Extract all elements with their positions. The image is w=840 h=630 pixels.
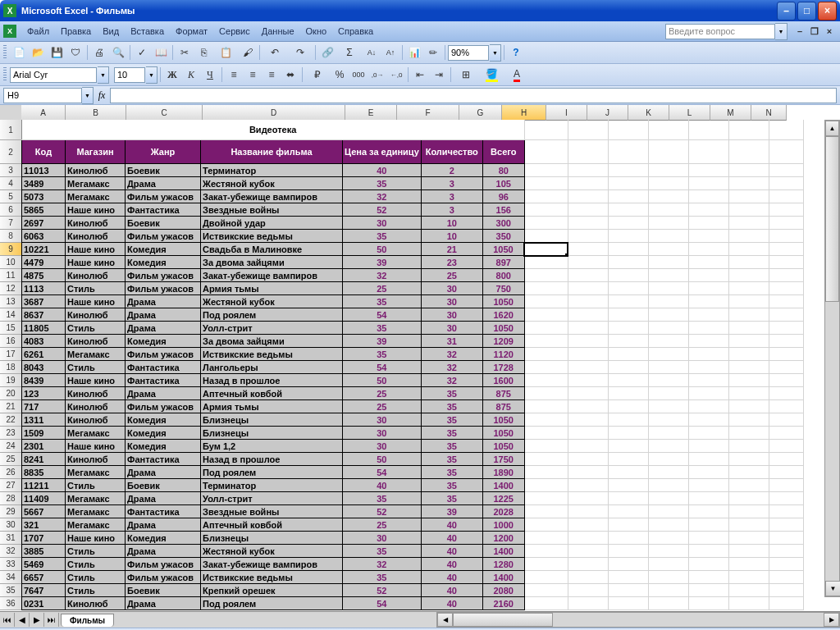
cut-button[interactable]: ✂ — [176, 43, 194, 62]
cell[interactable] — [648, 348, 688, 361]
data-cell[interactable]: 8241 — [22, 453, 66, 466]
cell[interactable] — [688, 217, 728, 230]
cell[interactable] — [769, 335, 803, 348]
cell[interactable] — [608, 348, 648, 361]
data-cell[interactable]: 35 — [421, 427, 482, 440]
menu-file[interactable]: Файл — [21, 25, 55, 38]
cell[interactable] — [728, 177, 769, 190]
help-question-input[interactable]: Введите вопрос — [665, 24, 775, 39]
cell[interactable] — [648, 282, 688, 295]
data-cell[interactable]: Терминатор — [201, 164, 343, 177]
cell[interactable] — [648, 217, 688, 230]
cell[interactable] — [769, 256, 803, 269]
hyperlink-button[interactable]: 🔗 — [318, 43, 336, 62]
row-header[interactable]: 33 — [0, 558, 22, 571]
cell[interactable] — [568, 335, 608, 348]
data-cell[interactable]: 7647 — [22, 584, 66, 597]
data-cell[interactable]: Стиль — [66, 479, 126, 492]
cell[interactable] — [648, 479, 688, 492]
data-cell[interactable]: 40 — [421, 558, 482, 571]
zoom-input[interactable]: 90% — [448, 45, 489, 61]
data-cell[interactable]: 39 — [343, 335, 422, 348]
data-cell[interactable]: 321 — [22, 518, 66, 532]
cell[interactable] — [524, 492, 568, 505]
data-cell[interactable]: 2028 — [482, 505, 524, 518]
data-cell[interactable]: Свадьба в Малиновке — [201, 243, 343, 256]
cell[interactable] — [769, 400, 803, 413]
data-cell[interactable]: Кинолюб — [66, 453, 126, 466]
data-cell[interactable]: Под роялем — [201, 308, 343, 322]
cell[interactable] — [769, 387, 803, 400]
toolbar-grip[interactable] — [3, 67, 7, 82]
cell[interactable] — [568, 571, 608, 584]
minimize-button[interactable]: – — [777, 2, 796, 21]
data-cell[interactable]: 35 — [343, 348, 422, 361]
formula-input[interactable] — [110, 88, 837, 103]
data-cell[interactable]: Кинолюб — [66, 269, 126, 282]
data-cell[interactable]: Кинолюб — [66, 413, 126, 427]
column-header[interactable]: K — [628, 105, 669, 121]
autosum-button[interactable]: Σ — [337, 43, 362, 62]
cell[interactable] — [688, 120, 728, 140]
data-cell[interactable]: 32 — [421, 361, 482, 374]
menu-tools[interactable]: Сервис — [213, 25, 256, 38]
data-cell[interactable]: 40 — [421, 518, 482, 532]
cell[interactable] — [728, 558, 769, 571]
merge-center-button[interactable]: ⬌ — [281, 66, 299, 84]
cell[interactable] — [524, 256, 568, 269]
cell[interactable] — [728, 518, 769, 532]
row-header[interactable]: 15 — [0, 322, 22, 335]
cell[interactable] — [608, 558, 648, 571]
row-header[interactable]: 30 — [0, 518, 22, 532]
font-name-dropdown[interactable]: ▼ — [98, 66, 109, 84]
cell[interactable] — [608, 177, 648, 190]
drawing-button[interactable]: ✏ — [424, 43, 442, 62]
cell[interactable] — [524, 190, 568, 203]
cell[interactable] — [648, 295, 688, 308]
cell[interactable] — [524, 361, 568, 374]
cell[interactable] — [568, 190, 608, 203]
data-cell[interactable]: Комедия — [126, 532, 201, 545]
data-cell[interactable]: 1400 — [482, 479, 524, 492]
data-cell[interactable]: Жестяной кубок — [201, 177, 343, 190]
cell[interactable] — [688, 361, 728, 374]
data-cell[interactable]: Наше кино — [66, 374, 126, 387]
vertical-scrollbar[interactable]: ▲ ▼ — [824, 120, 840, 597]
cell[interactable] — [524, 518, 568, 532]
cell[interactable] — [524, 427, 568, 440]
cell[interactable] — [728, 140, 769, 164]
cell[interactable] — [524, 453, 568, 466]
print-preview-button[interactable]: 🔍 — [109, 43, 127, 62]
cell[interactable] — [728, 387, 769, 400]
row-header[interactable]: 25 — [0, 453, 22, 466]
cell[interactable] — [608, 282, 648, 295]
data-cell[interactable]: Близнецы — [201, 427, 343, 440]
data-cell[interactable]: Иствикские ведьмы — [201, 230, 343, 243]
cell[interactable] — [524, 335, 568, 348]
data-cell[interactable]: 54 — [343, 597, 422, 610]
cell[interactable] — [524, 164, 568, 177]
cell[interactable] — [568, 308, 608, 322]
research-button[interactable]: 📖 — [152, 43, 170, 62]
row-header[interactable]: 22 — [0, 413, 22, 427]
cell[interactable] — [568, 453, 608, 466]
data-cell[interactable]: 25 — [343, 518, 422, 532]
data-cell[interactable]: 1200 — [482, 532, 524, 545]
data-cell[interactable]: 40 — [421, 571, 482, 584]
data-cell[interactable]: 35 — [421, 400, 482, 413]
data-cell[interactable]: Фильм ужасов — [126, 282, 201, 295]
cell[interactable] — [568, 282, 608, 295]
cell[interactable] — [688, 597, 728, 610]
cell[interactable] — [524, 505, 568, 518]
cell[interactable] — [688, 308, 728, 322]
cell[interactable] — [688, 505, 728, 518]
data-cell[interactable]: 1707 — [22, 532, 66, 545]
fx-button[interactable]: fx — [94, 89, 110, 102]
cell[interactable] — [688, 374, 728, 387]
data-cell[interactable]: 11409 — [22, 492, 66, 505]
mdi-close[interactable]: × — [822, 25, 837, 38]
data-cell[interactable]: 35 — [343, 295, 422, 308]
data-cell[interactable]: Звездные войны — [201, 203, 343, 217]
data-cell[interactable]: Боевик — [126, 584, 201, 597]
data-cell[interactable]: Мегамакс — [66, 348, 126, 361]
